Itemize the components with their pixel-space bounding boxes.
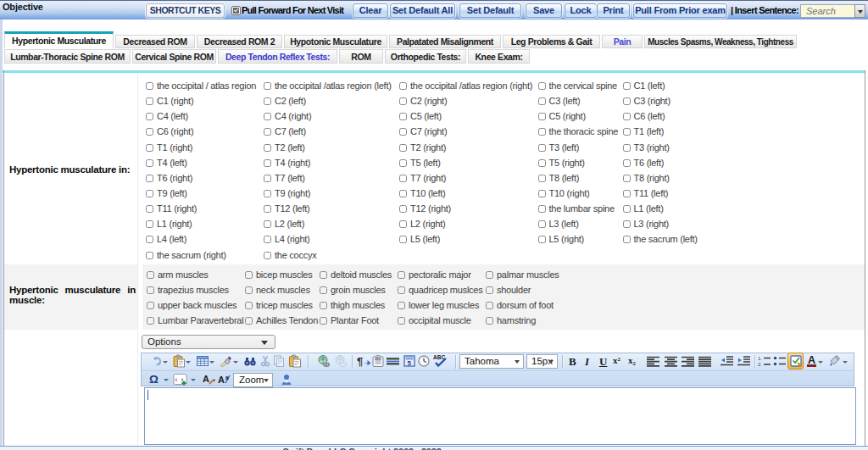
svg-text:A: A (203, 374, 209, 384)
svg-text:5: 5 (408, 358, 412, 366)
svg-text:‹: ‹ (175, 375, 178, 384)
svg-text:abc: abc (375, 356, 382, 361)
svg-text:a: a (225, 375, 229, 381)
svg-text:A: A (218, 375, 225, 385)
svg-text:ABC: ABC (433, 354, 445, 360)
svg-text:1.: 1. (758, 355, 762, 360)
svg-text:›: › (181, 375, 184, 384)
svg-text:2.: 2. (758, 362, 762, 367)
